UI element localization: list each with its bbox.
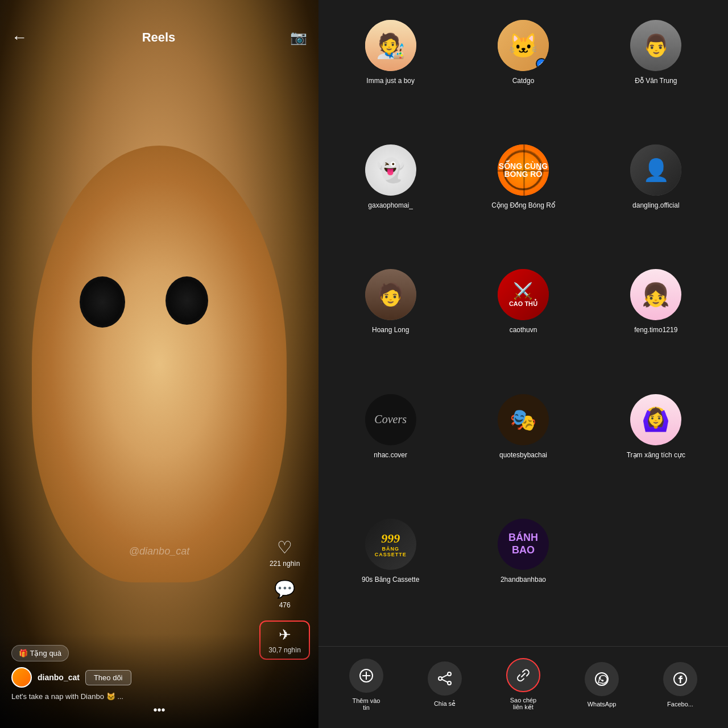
top-bar: ← Reels 📷: [0, 0, 318, 52]
contact-name-dangling: dangling.official: [632, 201, 680, 210]
contact-avatar-hoang-long: 🧑: [365, 269, 416, 320]
verified-badge-catdgo: ✓: [536, 58, 547, 69]
contact-hoang-long[interactable]: 🧑 Hoang Long: [324, 260, 457, 385]
copy-link-icon: [506, 658, 540, 692]
contact-name-nhac-cover: nhac.cover: [374, 451, 407, 460]
cat-eye-right: [166, 276, 208, 325]
whatsapp-label: WhatsApp: [588, 701, 617, 708]
camera-button[interactable]: 📷: [290, 30, 307, 46]
comment-action[interactable]: 💬 476: [274, 579, 295, 609]
facebook-label: Facebo...: [667, 701, 693, 708]
contact-quotes[interactable]: 🎭 quotesbybachai: [457, 386, 589, 510]
facebook-option[interactable]: Facebo...: [657, 662, 703, 708]
add-to-story-label: Thêm vàotin: [353, 697, 380, 711]
contact-avatar-girl1: 👧: [630, 269, 681, 320]
contact-cong-dong-bong-ro[interactable]: SỐNG CÙNGBÓNG RỔ Cộng Đồng Bóng Rổ: [457, 136, 589, 260]
contact-avatar-girl2: 🙆‍♀️: [630, 394, 681, 445]
bottom-overlay: 🎁 Tặng quà dianbo_cat Theo dõi Let's tak…: [0, 634, 318, 728]
contact-avatar-banhbao: BÁNH BAO: [498, 519, 549, 570]
contact-name-tram-xang: Trạm xăng tích cực: [627, 451, 685, 460]
cat-eye-left: [80, 276, 125, 328]
contact-name-imma: Imma just a boy: [366, 77, 415, 86]
contact-avatar-covers: Covers: [365, 394, 416, 445]
contact-name-basketball: Cộng Đồng Bóng Rổ: [491, 201, 555, 210]
contact-catdgo[interactable]: 🐱 ✓ Catdgo: [457, 11, 589, 136]
video-panel: ← Reels 📷 @dianbo_cat ♡ 221 nghìn 💬 476 …: [0, 0, 318, 728]
share-label: Chia sẻ: [434, 700, 456, 708]
contact-avatar-cassette: 999 BĂNG CASSETTE: [365, 519, 416, 570]
contact-do-van-trung[interactable]: 👨 Đỗ Văn Trung: [590, 11, 722, 136]
svg-point-4: [439, 677, 442, 680]
gift-button[interactable]: 🎁 Tặng quà: [11, 645, 69, 661]
contact-avatar-basketball: SỐNG CÙNGBÓNG RỔ: [498, 144, 549, 196]
contact-avatar-warrior: ⚔️ CAO THỦ: [498, 269, 549, 320]
add-to-story-option[interactable]: Thêm vàotin: [344, 659, 389, 711]
contact-name-hoang-long: Hoang Long: [372, 326, 409, 335]
contact-avatar-catdgo: 🐱 ✓: [498, 20, 549, 71]
more-button[interactable]: •••: [11, 704, 307, 717]
contact-name-quotes: quotesbybachai: [499, 451, 547, 460]
whatsapp-option[interactable]: WhatsApp: [579, 662, 624, 708]
whatsapp-icon: [585, 662, 619, 696]
contact-avatar-gaxaophomai: 👻: [365, 144, 416, 196]
contact-name-gaxaophomai: gaxaophomai_: [368, 201, 413, 210]
contact-tram-xang[interactable]: 🙆‍♀️ Trạm xăng tích cực: [590, 386, 722, 510]
contact-imma[interactable]: 🧑‍🎨 Imma just a boy: [324, 11, 457, 136]
caption: Let's take a nap with Dianbo 🐱 ...: [11, 692, 307, 701]
username[interactable]: dianbo_cat: [38, 673, 80, 682]
facebook-icon: [663, 662, 697, 696]
contacts-grid: 🧑‍🎨 Imma just a boy 🐱 ✓ Catdgo 👨 Đỗ Văn …: [318, 0, 728, 646]
contact-name-banhbao: 2handbanhbao: [500, 576, 546, 585]
page-title: Reels: [142, 30, 176, 45]
like-count: 221 nghìn: [270, 560, 300, 568]
share-option[interactable]: Chia sẻ: [422, 661, 468, 708]
contact-avatar-imma: 🧑‍🎨: [365, 20, 416, 71]
share-panel: 🧑‍🎨 Imma just a boy 🐱 ✓ Catdgo 👨 Đỗ Văn …: [318, 0, 728, 728]
user-avatar: [11, 667, 32, 688]
contact-feng-timo[interactable]: 👧 feng.timo1219: [590, 260, 722, 385]
contact-name-feng-timo: feng.timo1219: [634, 326, 677, 335]
contact-avatar-dangling: 👤: [630, 144, 681, 196]
contact-name-caothuvn: caothuvn: [510, 326, 537, 335]
user-row: dianbo_cat Theo dõi: [11, 667, 307, 688]
contact-name-do-van-trung: Đỗ Văn Trung: [635, 77, 677, 86]
contact-dangling[interactable]: 👤 dangling.official: [590, 136, 722, 260]
follow-button[interactable]: Theo dõi: [85, 670, 131, 685]
share-bar: Thêm vàotin Chia sẻ: [318, 646, 728, 728]
copy-link-option[interactable]: Sao chépliên kết: [500, 658, 546, 711]
copy-link-label: Sao chépliên kết: [510, 697, 536, 711]
contact-caothuvn[interactable]: ⚔️ CAO THỦ caothuvn: [457, 260, 589, 385]
contact-avatar-do-van-trung: 👨: [630, 20, 681, 71]
share-icon-wrap: [428, 661, 462, 696]
contact-name-cassette: 90s Băng Cassette: [362, 576, 419, 585]
contact-banhbao[interactable]: BÁNH BAO 2handbanhbao: [457, 510, 589, 635]
back-button[interactable]: ←: [11, 28, 27, 47]
svg-line-7: [442, 679, 448, 682]
contact-nhac-cover[interactable]: Covers nhac.cover: [324, 386, 457, 510]
svg-point-5: [448, 681, 451, 685]
add-to-story-icon: [349, 659, 383, 693]
like-icon: ♡: [277, 537, 292, 557]
comment-icon: 💬: [274, 579, 295, 599]
contact-avatar-drama: 🎭: [498, 394, 549, 445]
contact-gaxaophomai[interactable]: 👻 gaxaophomai_: [324, 136, 457, 260]
contact-90s-cassette[interactable]: 999 BĂNG CASSETTE 90s Băng Cassette: [324, 510, 457, 635]
svg-line-6: [442, 675, 448, 677]
like-action[interactable]: ♡ 221 nghìn: [270, 537, 300, 568]
watermark: @dianbo_cat: [129, 545, 189, 557]
svg-point-3: [448, 672, 451, 676]
comment-count: 476: [279, 601, 291, 609]
contact-name-catdgo: Catdgo: [512, 77, 535, 86]
